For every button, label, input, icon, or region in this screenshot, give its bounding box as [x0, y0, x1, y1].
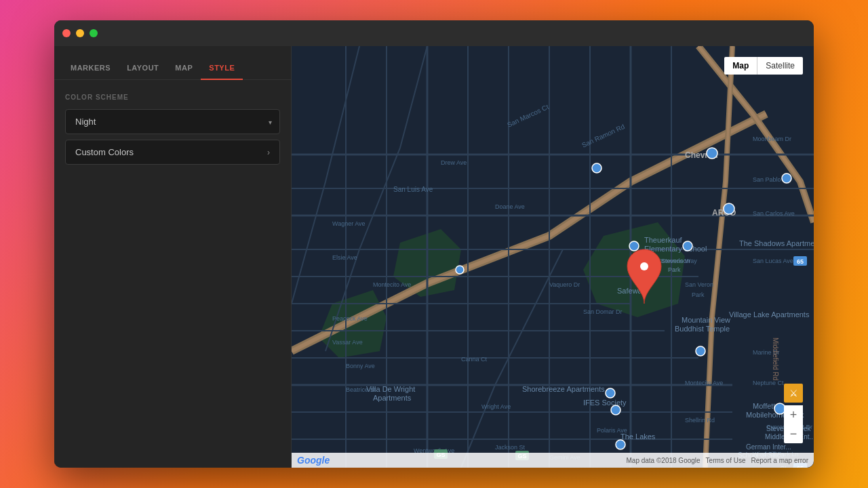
map-footer-left: Google [297, 455, 330, 466]
svg-text:Buddhist Temple: Buddhist Temple [675, 325, 730, 333]
svg-text:Villa De Wright: Villa De Wright [366, 385, 415, 393]
main-content: MARKERS LAYOUT MAP StyLE COLOR SCHEME Ni… [54, 46, 814, 468]
map-area[interactable]: San Ramon Rd San Marcos Ct San Luis Ave … [292, 46, 814, 468]
svg-rect-1 [292, 46, 814, 468]
map-svg: San Ramon Rd San Marcos Ct San Luis Ave … [292, 46, 814, 468]
svg-text:Canna Ct: Canna Ct [461, 356, 488, 363]
svg-point-80 [640, 262, 648, 270]
svg-text:Apartments: Apartments [373, 394, 412, 402]
svg-point-81 [629, 241, 639, 251]
sidebar-body: COLOR SCHEME Night Day Satellite Custom … [54, 80, 291, 468]
svg-point-85 [782, 174, 791, 183]
map-type-controls: Map Satellite [724, 57, 803, 75]
custom-colors-row[interactable]: Custom Colors › [65, 140, 280, 165]
svg-text:Doane Ave: Doane Ave [495, 203, 525, 210]
maximize-button[interactable] [90, 29, 98, 37]
svg-text:Bonny Ave: Bonny Ave [346, 363, 375, 369]
map-copyright: Map data ©2018 Google [626, 457, 700, 464]
map-background: San Ramon Rd San Marcos Ct San Luis Ave … [292, 46, 814, 468]
svg-text:Montecito Ave: Montecito Ave [373, 281, 411, 288]
report-error-link[interactable]: Report a map error [751, 457, 808, 464]
svg-text:Middlefield Rd: Middlefield Rd [772, 338, 779, 380]
svg-point-90 [456, 266, 464, 274]
google-logo: Google [297, 455, 330, 466]
custom-colors-label: Custom Colors [75, 147, 134, 157]
zoom-out-button[interactable]: − [784, 424, 803, 443]
street-view-button[interactable]: ⚔ [784, 384, 803, 403]
svg-text:Park: Park [692, 291, 705, 298]
app-window: MARKERS LAYOUT MAP StyLE COLOR SCHEME Ni… [54, 20, 814, 468]
close-button[interactable] [62, 29, 71, 37]
traffic-lights [62, 29, 98, 37]
svg-text:San Luis Ave: San Luis Ave [393, 186, 433, 193]
color-scheme-label: COLOR SCHEME [65, 94, 280, 101]
svg-point-83 [606, 388, 615, 398]
svg-text:Village Lake Apartments: Village Lake Apartments [729, 310, 810, 319]
nav-tabs: MARKERS LAYOUT MAP StyLE [54, 46, 291, 80]
svg-point-77 [724, 203, 734, 214]
tab-style[interactable]: StyLE [201, 57, 243, 80]
svg-point-82 [592, 163, 601, 173]
svg-text:Moffett: Moffett [753, 402, 775, 410]
svg-text:Montecito Ave: Montecito Ave [685, 380, 723, 386]
zoom-in-button[interactable]: + [784, 405, 803, 424]
svg-text:Peacock Ave: Peacock Ave [332, 315, 368, 322]
sidebar: MARKERS LAYOUT MAP StyLE COLOR SCHEME Ni… [54, 46, 292, 468]
svg-text:Park: Park [668, 266, 681, 273]
svg-text:San Veron: San Veron [685, 281, 713, 288]
svg-text:Theuerkauf: Theuerkauf [644, 236, 683, 244]
custom-colors-arrow-icon: › [267, 148, 270, 157]
svg-text:IFES Society: IFES Society [583, 399, 627, 407]
svg-text:Wagner Ave: Wagner Ave [332, 220, 366, 227]
svg-text:Vaquero Dr: Vaquero Dr [549, 281, 580, 288]
svg-text:Jackson St: Jackson St [495, 444, 526, 451]
svg-text:The Shadows Apartments: The Shadows Apartments [739, 239, 814, 247]
svg-point-87 [616, 440, 625, 449]
tab-map[interactable]: MAP [167, 57, 201, 80]
svg-text:Shorebreeze Apartments: Shorebreeze Apartments [522, 385, 605, 393]
svg-text:Stevenson: Stevenson [661, 258, 690, 264]
svg-text:San Carlos Ave: San Carlos Ave [753, 210, 795, 217]
svg-text:German Inter...: German Inter... [746, 443, 791, 451]
svg-text:Vassar Ave: Vassar Ave [332, 339, 363, 346]
street-view-icon: ⚔ [789, 388, 798, 399]
svg-text:Shellrin Rd: Shellrin Rd [685, 417, 715, 424]
scheme-dropdown-wrapper: Night Day Satellite Custom ▾ [65, 109, 280, 134]
map-type-map-button[interactable]: Map [724, 57, 757, 75]
map-footer-right: Map data ©2018 Google Terms of Use Repor… [626, 457, 808, 464]
tab-markers[interactable]: MARKERS [62, 57, 119, 80]
svg-text:Elsie Ave: Elsie Ave [332, 254, 357, 261]
svg-text:Elementary School: Elementary School [644, 245, 707, 253]
map-type-satellite-button[interactable]: Satellite [757, 57, 803, 75]
svg-text:The Lakes: The Lakes [620, 432, 656, 441]
svg-text:Moonbeam Dr: Moonbeam Dr [753, 136, 791, 142]
svg-point-91 [683, 241, 692, 251]
svg-point-84 [611, 405, 620, 415]
svg-point-79 [707, 148, 717, 159]
scheme-dropdown[interactable]: Night Day Satellite Custom [65, 109, 280, 134]
svg-text:San Domar Dr: San Domar Dr [583, 308, 623, 315]
svg-text:Wright Ave: Wright Ave [481, 403, 511, 410]
minimize-button[interactable] [76, 29, 84, 37]
svg-text:Mountain View: Mountain View [682, 316, 730, 324]
svg-point-88 [696, 346, 705, 356]
map-zoom-controls: ⚔ + − [784, 384, 803, 443]
svg-text:Drew Ave: Drew Ave [441, 159, 467, 166]
map-footer: Google Map data ©2018 Google Terms of Us… [292, 453, 814, 468]
title-bar [54, 20, 814, 46]
tab-layout[interactable]: LAYOUT [119, 57, 167, 80]
svg-text:65: 65 [797, 258, 804, 265]
terms-of-use-link[interactable]: Terms of Use [706, 457, 746, 464]
svg-text:Neptune Ct: Neptune Ct [753, 380, 784, 386]
svg-text:San Lucas Ave: San Lucas Ave [753, 258, 793, 264]
